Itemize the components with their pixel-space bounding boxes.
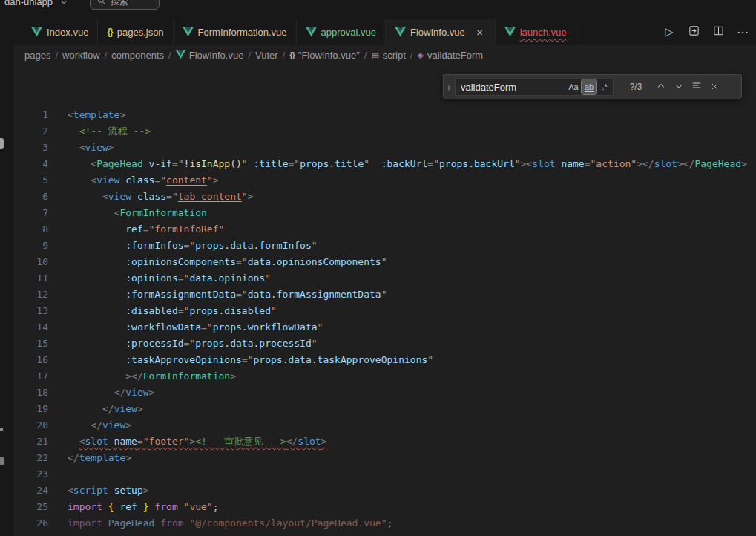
code-area: 1<template>2 <!-- 流程 -->3 <view>4 <PageH… <box>13 65 756 532</box>
code-line-14[interactable]: 14 :workflowData="props.workflowData" <box>13 319 756 336</box>
braces-icon: {} <box>289 50 295 59</box>
code-line-3[interactable]: 3 <view> <box>13 140 756 156</box>
line-number[interactable]: 17 <box>13 368 48 385</box>
line-number[interactable]: 24 <box>13 483 48 499</box>
code-line-24[interactable]: 24<script setup> <box>13 483 756 499</box>
line-number[interactable]: 2 <box>13 123 48 140</box>
sidebar-sliver <box>0 11 13 536</box>
line-number[interactable]: 21 <box>13 434 48 450</box>
line-number[interactable]: 1 <box>13 107 48 123</box>
run-button[interactable]: ▷ <box>662 24 677 40</box>
breadcrumb-separator: / <box>283 50 286 61</box>
breadcrumb-item-pages[interactable]: pages <box>24 50 50 61</box>
breadcrumb-separator: / <box>248 50 251 61</box>
line-number[interactable]: 9 <box>13 238 48 254</box>
line-number[interactable]: 4 <box>13 156 48 172</box>
code-line-19[interactable]: 19 </view> <box>13 401 756 417</box>
line-number[interactable]: 19 <box>13 401 48 417</box>
split-editor-button[interactable] <box>711 24 726 40</box>
find-input[interactable] <box>461 82 566 93</box>
code-line-22[interactable]: 22</template> <box>13 450 756 466</box>
command-center-search[interactable]: 搜索 <box>90 0 160 10</box>
vue-icon <box>176 50 185 59</box>
code-line-18[interactable]: 18 </view> <box>13 385 756 401</box>
line-number[interactable]: 13 <box>13 303 48 319</box>
breadcrumb-item-validateform[interactable]: ◈validateForm <box>417 50 483 61</box>
whole-word-button[interactable]: ab <box>582 79 596 94</box>
code-line-1[interactable]: 1<template> <box>13 107 756 123</box>
title-bar: dan-uniapp 搜索 <box>0 0 756 11</box>
line-number[interactable]: 12 <box>13 287 48 303</box>
tab-index-vue[interactable]: Index.vue <box>22 19 98 45</box>
clipped-sidebar-artifact <box>0 138 4 149</box>
code-line-26[interactable]: 26import PageHead from "@/components/lay… <box>13 515 756 532</box>
line-number[interactable]: 5 <box>13 172 48 189</box>
line-number[interactable]: 14 <box>13 319 48 336</box>
toggle-replace-button[interactable]: › <box>444 75 455 99</box>
tab-approval-vue[interactable]: approval.vue <box>297 19 386 45</box>
code-line-25[interactable]: 25import { ref } from "vue"; <box>13 499 756 515</box>
open-changes-button[interactable] <box>686 24 701 40</box>
code-text: </view> <box>48 385 154 401</box>
tab-pages-json[interactable]: {}pages.json <box>98 19 173 45</box>
find-in-selection-button[interactable] <box>688 79 705 95</box>
tab-flowinfo-vue[interactable]: FlowInfo.vue× <box>386 19 496 45</box>
code-line-13[interactable]: 13 :disabled="props.disabled" <box>13 303 756 319</box>
tab-launch-vue[interactable]: launch.vue <box>496 19 576 45</box>
breadcrumb-label: validateForm <box>427 50 483 61</box>
project-menu-button[interactable] <box>60 0 68 8</box>
line-number[interactable]: 25 <box>13 499 48 515</box>
code-line-15[interactable]: 15 :processId="props.data.processId" <box>13 336 756 352</box>
breadcrumb-item-flowinfo-vue[interactable]: FlowInfo.vue <box>176 50 244 61</box>
line-number[interactable]: 26 <box>13 515 48 532</box>
code-line-8[interactable]: 8 ref="formInfoRef" <box>13 221 756 238</box>
line-number[interactable]: 7 <box>13 205 48 221</box>
line-number[interactable]: 3 <box>13 140 48 156</box>
code-line-12[interactable]: 12 :formAssignmentData="data.formAssignm… <box>13 287 756 303</box>
more-actions-button[interactable]: ⋯ <box>735 24 750 40</box>
code-editor[interactable]: › Aa ab .* ?/3 <box>13 65 756 536</box>
code-line-5[interactable]: 5 <view class="content"> <box>13 172 756 189</box>
find-next-button[interactable] <box>671 79 687 95</box>
title-bar-content: dan-uniapp 搜索 <box>0 0 756 11</box>
line-number[interactable]: 18 <box>13 385 48 401</box>
breadcrumb-item--flowinfo-vue-[interactable]: {}"FlowInfo.vue" <box>289 50 360 61</box>
code-line-11[interactable]: 11 :opinions="data.opinions" <box>13 270 756 287</box>
regex-button[interactable]: .* <box>597 79 612 94</box>
code-line-10[interactable]: 10 :opinionsComponents="data.opinionsCom… <box>13 254 756 270</box>
close-icon[interactable]: × <box>474 27 486 38</box>
breadcrumb-item-script[interactable]: ▤script <box>371 50 405 61</box>
code-line-6[interactable]: 6 <view class="tab-content"> <box>13 189 756 205</box>
code-text: :workflowData="props.workflowData" <box>48 319 323 336</box>
find-previous-button[interactable] <box>653 79 669 95</box>
line-number[interactable]: 11 <box>13 270 48 287</box>
tab-label: Index.vue <box>47 27 88 38</box>
line-number[interactable]: 6 <box>13 189 48 205</box>
code-line-9[interactable]: 9 :formInfos="props.data.formInfos" <box>13 238 756 254</box>
breadcrumb-label: FlowInfo.vue <box>189 50 244 61</box>
breadcrumb-item-vuter[interactable]: Vuter <box>255 50 278 61</box>
line-number[interactable]: 22 <box>13 450 48 466</box>
breadcrumb-item-workflow[interactable]: workflow <box>62 50 100 61</box>
breadcrumb-label: "FlowInfo.vue" <box>298 50 360 61</box>
line-number[interactable]: 15 <box>13 336 48 352</box>
code-line-21[interactable]: 21 <slot name="footer"><!-- 审批意见 --></sl… <box>13 434 756 450</box>
code-line-20[interactable]: 20 </view> <box>13 417 756 434</box>
code-line-16[interactable]: 16 :taskApproveOpinions="props.data.task… <box>13 352 756 368</box>
code-line-7[interactable]: 7 <FormInformation <box>13 205 756 221</box>
breadcrumb-item-components[interactable]: components <box>111 50 164 61</box>
match-case-button[interactable]: Aa <box>566 79 581 94</box>
find-close-button[interactable] <box>706 79 723 95</box>
tab-forminformation-vue[interactable]: FormInformation.vue <box>174 19 297 45</box>
clipped-sidebar-artifact <box>0 428 3 431</box>
line-number[interactable]: 23 <box>13 466 48 483</box>
code-line-2[interactable]: 2 <!-- 流程 --> <box>13 123 756 140</box>
code-line-4[interactable]: 4 <PageHead v-if="!isInApp()" :title="pr… <box>13 156 756 172</box>
run-icon: ▷ <box>665 25 674 39</box>
line-number[interactable]: 10 <box>13 254 48 270</box>
code-line-17[interactable]: 17 ></FormInformation> <box>13 368 756 385</box>
line-number[interactable]: 16 <box>13 352 48 368</box>
line-number[interactable]: 20 <box>13 417 48 434</box>
line-number[interactable]: 8 <box>13 221 48 238</box>
code-line-23[interactable]: 23 <box>13 466 756 483</box>
